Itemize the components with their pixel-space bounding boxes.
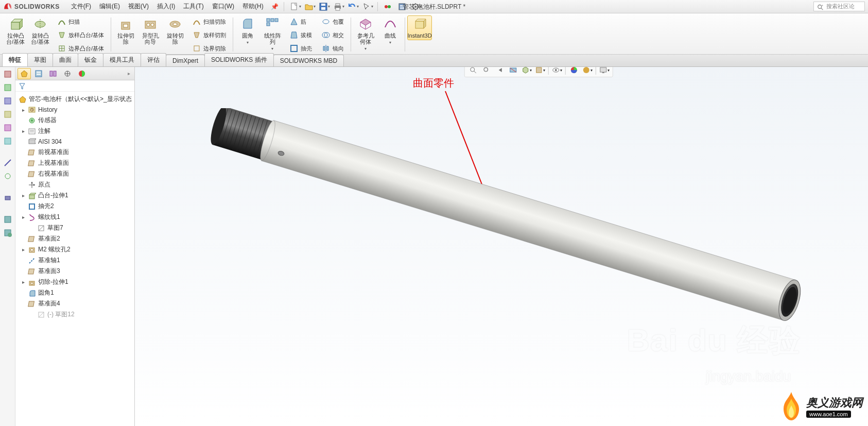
menu-insert[interactable]: 插入(I) <box>153 2 179 11</box>
strip-icon-6[interactable] <box>3 136 13 146</box>
menu-view[interactable]: 视图(V) <box>124 2 153 11</box>
undo-button[interactable]: ▾ <box>346 1 360 12</box>
new-button[interactable]: ▾ <box>289 1 302 12</box>
tree-item-3[interactable]: AISI 304 <box>15 137 134 147</box>
tree-item-1[interactable]: 传感器 <box>15 115 134 126</box>
tree-item-16[interactable]: ▸切除-拉伸1 <box>15 277 134 287</box>
extrude-cut-button[interactable]: 拉伸切 除 <box>113 15 138 46</box>
fillet-button[interactable]: 圆角▾ <box>235 15 260 47</box>
extrude-boss-button[interactable]: 拉伸凸 台/基体 <box>3 15 28 46</box>
tree-item-15[interactable]: 基准面3 <box>15 266 134 277</box>
strip-icon-11[interactable] <box>3 228 13 238</box>
fm-tab-property[interactable] <box>32 68 45 79</box>
strip-icon-1[interactable] <box>3 69 13 79</box>
fm-tab-display[interactable] <box>75 68 89 79</box>
menu-help[interactable]: 帮助(H) <box>238 2 268 11</box>
tree-item-7[interactable]: 原点 <box>15 179 134 190</box>
tab-features[interactable]: 特征 <box>2 53 28 66</box>
tree-item-18[interactable]: 基准面4 <box>15 298 134 309</box>
tree-item-8[interactable]: ▸凸台-拉伸1 <box>15 190 134 201</box>
svg-rect-0 <box>291 3 297 10</box>
svg-rect-26 <box>194 46 199 51</box>
view-orientation-icon[interactable]: ▾ <box>520 67 533 76</box>
draft-button[interactable]: 拔模 <box>287 29 315 41</box>
tree-item-19[interactable]: (-) 草图12 <box>15 309 134 320</box>
strip-icon-2[interactable] <box>3 82 13 93</box>
prev-view-icon[interactable] <box>494 67 506 76</box>
menu-window[interactable]: 窗口(W) <box>208 2 238 11</box>
svg-rect-62 <box>28 161 34 166</box>
mirror-button[interactable]: 镜向 <box>319 42 346 55</box>
tree-item-11[interactable]: 草图7 <box>15 223 134 233</box>
rebuild-button[interactable] <box>381 1 394 12</box>
tree-item-10[interactable]: ▸螺纹线1 <box>15 212 134 223</box>
fm-tab-tree[interactable] <box>18 68 31 79</box>
tree-item-6[interactable]: 右视基准面 <box>15 168 134 179</box>
revolve-boss-button[interactable]: 旋转凸 台/基体 <box>28 15 53 46</box>
strip-icon-7[interactable] <box>3 158 13 168</box>
strip-icon-4[interactable] <box>3 109 13 120</box>
menu-tools[interactable]: 工具(T) <box>179 2 207 11</box>
tab-dimxpert[interactable]: DimXpert <box>166 55 205 66</box>
view-setting-icon[interactable]: ▾ <box>598 67 611 76</box>
apply-scene-icon[interactable]: ▾ <box>581 67 594 76</box>
tab-mold[interactable]: 模具工具 <box>103 53 141 66</box>
zoom-fit-icon[interactable] <box>467 67 479 76</box>
fm-tab-config[interactable] <box>46 68 60 79</box>
reference-geometry-button[interactable]: 参考几 何体▾ <box>353 15 378 54</box>
pin-icon[interactable]: 📌 <box>271 3 279 10</box>
sweep-button[interactable]: 扫描 <box>55 15 107 28</box>
fm-expand-icon[interactable]: ▸ <box>126 71 132 76</box>
hide-show-icon[interactable]: ▾ <box>551 67 563 76</box>
tree-item-17[interactable]: 圆角1 <box>15 287 134 298</box>
select-button[interactable]: ▾ <box>361 1 374 12</box>
loft-cut-button[interactable]: 放样切割 <box>189 29 229 41</box>
strip-icon-8[interactable] <box>3 171 13 181</box>
tree-item-0[interactable]: ▸History <box>15 105 134 115</box>
open-button[interactable]: ▾ <box>303 1 317 12</box>
hole-wizard-button[interactable]: 异型孔 向导 <box>138 15 163 46</box>
intersect-button[interactable]: 相交 <box>319 29 346 41</box>
tree-item-2[interactable]: ▸注解 <box>15 126 134 137</box>
curves-button[interactable]: 曲线▾ <box>378 15 403 47</box>
linear-pattern-button[interactable]: 线性阵 列▾ <box>260 15 285 54</box>
fm-tab-dimxpert[interactable] <box>61 68 74 79</box>
loft-button[interactable]: 放样凸台/基体 <box>55 29 107 41</box>
shell-button[interactable]: 抽壳 <box>287 42 315 55</box>
instant3d-button[interactable]: Instant3D <box>407 15 432 40</box>
tab-surface[interactable]: 曲面 <box>53 53 78 66</box>
tree-item-14[interactable]: 基准轴1 <box>15 255 134 266</box>
tree-item-9[interactable]: 抽壳2 <box>15 201 134 212</box>
strip-icon-10[interactable] <box>3 214 13 225</box>
tab-sw-mbd[interactable]: SOLIDWORKS MBD <box>273 55 344 66</box>
tab-sw-addins[interactable]: SOLIDWORKS 插件 <box>204 53 274 66</box>
save-button[interactable]: ▾ <box>318 1 331 12</box>
strip-icon-5[interactable] <box>3 123 13 133</box>
search-community[interactable]: 搜索社区论 <box>813 2 865 11</box>
rib-button[interactable]: 筋 <box>287 15 315 28</box>
section-view-icon[interactable] <box>507 67 519 76</box>
tree-item-4[interactable]: 前视基准面 <box>15 147 134 158</box>
svg-rect-49 <box>37 74 41 75</box>
tree-item-12[interactable]: 基准面2 <box>15 233 134 244</box>
tab-sheetmetal[interactable]: 钣金 <box>78 53 103 66</box>
revolve-cut-button[interactable]: 旋转切 除 <box>163 15 187 46</box>
graphics-viewport[interactable]: ▾ ▾ ▾ ▾ ▾ 曲面零件 <box>135 67 868 426</box>
tab-evaluate[interactable]: 评估 <box>141 53 166 66</box>
zoom-area-icon[interactable] <box>480 67 493 76</box>
menu-edit[interactable]: 编辑(E) <box>95 2 124 11</box>
menu-file[interactable]: 文件(F) <box>67 2 95 11</box>
tree-item-5[interactable]: 上视基准面 <box>15 158 134 168</box>
strip-icon-9[interactable] <box>3 193 13 203</box>
edit-appearance-icon[interactable] <box>568 67 580 76</box>
tree-root[interactable]: 管芯-电池杆（默认<<默认>_显示状态 <box>15 94 134 105</box>
tree-item-13[interactable]: ▸M2 螺纹孔2 <box>15 244 134 255</box>
fm-filter-bar[interactable] <box>15 80 134 92</box>
sweep-cut-button[interactable]: 扫描切除 <box>189 15 229 28</box>
print-button[interactable]: ▾ <box>332 1 345 12</box>
tab-sketch[interactable]: 草图 <box>27 53 53 66</box>
wrap-button[interactable]: 包覆 <box>319 15 346 28</box>
svg-rect-44 <box>5 216 11 223</box>
display-style-icon[interactable]: ▾ <box>534 67 546 76</box>
strip-icon-3[interactable] <box>3 96 13 106</box>
